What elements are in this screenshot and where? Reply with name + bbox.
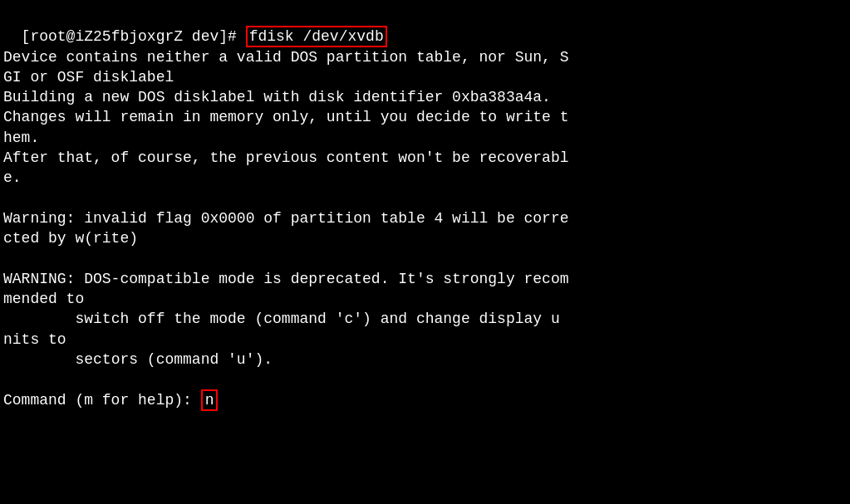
line-14: sectors (command 'u').	[3, 351, 273, 368]
line-blank-1	[3, 190, 12, 207]
line-11: mended to	[3, 291, 84, 307]
line-5: hem.	[3, 130, 39, 146]
line-9: cted by w(rite)	[3, 230, 138, 247]
command-highlight: fdisk /dev/xvdb	[246, 26, 387, 47]
line-12: switch off the mode (command 'c') and ch…	[3, 311, 560, 327]
line-blank-2	[3, 251, 12, 267]
line-blank-3	[3, 371, 12, 388]
terminal-window: [root@iZ25fbjoxgrZ dev]# fdisk /dev/xvdb…	[3, 7, 847, 410]
prompt-text: [root@iZ25fbjoxgrZ dev]#	[22, 28, 246, 45]
line-7: e.	[3, 169, 22, 186]
command-input-highlight[interactable]: n	[201, 389, 219, 411]
line-10: WARNING: DOS-compatible mode is deprecat…	[3, 271, 569, 287]
line-6: After that, of course, the previous cont…	[3, 149, 569, 166]
line-2: GI or OSF disklabel	[3, 69, 174, 86]
line-1: Device contains neither a valid DOS part…	[3, 49, 569, 66]
line-3: Building a new DOS disklabel with disk i…	[3, 89, 551, 105]
command-prompt-text: Command (m for help):	[3, 392, 201, 409]
line-13: nits to	[3, 331, 66, 348]
line-4: Changes will remain in memory only, unti…	[3, 109, 569, 125]
line-8: Warning: invalid flag 0x0000 of partitio…	[3, 210, 569, 227]
